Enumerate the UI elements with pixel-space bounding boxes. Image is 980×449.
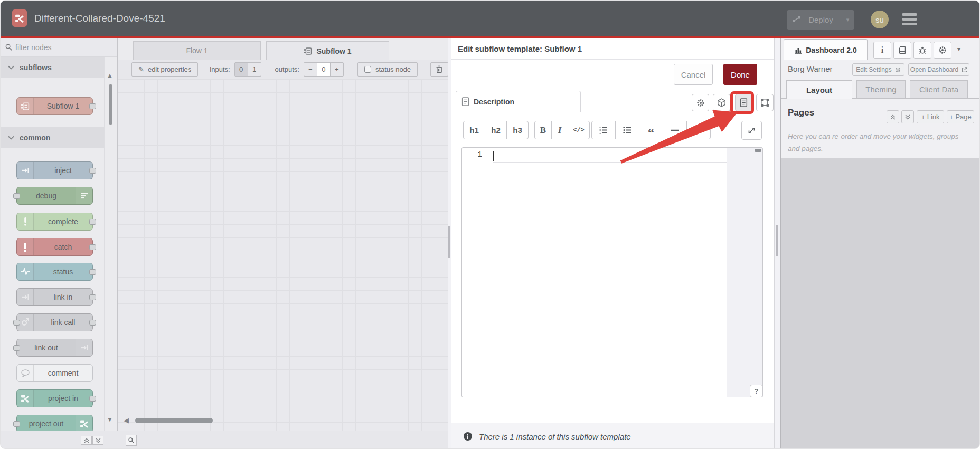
- tab-flow-1[interactable]: Flow 1: [133, 41, 261, 60]
- palette-scrollbar-thumb[interactable]: [109, 84, 112, 125]
- bold-button[interactable]: B: [534, 121, 552, 139]
- delete-subflow-button[interactable]: [430, 62, 448, 77]
- blockquote-button[interactable]: “: [639, 121, 663, 139]
- category-common[interactable]: common: [1, 127, 104, 148]
- sidebar-grip[interactable]: [776, 225, 778, 256]
- main-menu-button[interactable]: [902, 13, 917, 25]
- palette-scroll-up-icon[interactable]: ▲: [107, 72, 113, 79]
- add-page-button[interactable]: + Page: [947, 110, 974, 123]
- tab-client-data[interactable]: Client Data: [910, 80, 968, 99]
- user-avatar[interactable]: su: [871, 11, 889, 28]
- pages-divider: [788, 157, 967, 157]
- cancel-button[interactable]: Cancel: [674, 64, 713, 85]
- tab-label: Dashboard 2.0: [806, 46, 856, 54]
- open-dashboard-button[interactable]: Open Dashboard: [908, 63, 969, 76]
- inputs-0-button[interactable]: 0: [234, 62, 248, 77]
- output-port: [89, 396, 96, 402]
- gear-icon: [895, 67, 901, 73]
- horizontal-scrollbar-thumb[interactable]: [135, 418, 213, 423]
- palette-node-catch[interactable]: catch: [16, 238, 93, 256]
- zoom-search-button[interactable]: [126, 435, 137, 446]
- outputs-plus-button[interactable]: +: [330, 62, 344, 77]
- description-editor[interactable]: 1 ?: [461, 147, 763, 397]
- palette-node-debug[interactable]: debug: [16, 187, 93, 205]
- sidebar-options-caret[interactable]: ▾: [957, 45, 960, 53]
- tab-theming[interactable]: Theming: [856, 80, 906, 99]
- palette-node-status[interactable]: status: [16, 263, 93, 281]
- tab-subflow-1[interactable]: Subflow 1: [266, 41, 389, 61]
- inputs-1-button[interactable]: 1: [248, 62, 261, 77]
- tab-dashboard-2[interactable]: Dashboard 2.0: [784, 39, 868, 60]
- horizontal-rule-button[interactable]: [663, 121, 687, 139]
- expand-all-button[interactable]: [92, 436, 103, 445]
- palette-search[interactable]: [1, 38, 117, 57]
- appearance-button[interactable]: [756, 94, 774, 111]
- heading2-button[interactable]: h2: [485, 121, 507, 139]
- move-down-button[interactable]: [901, 110, 914, 123]
- heading1-button[interactable]: h1: [463, 121, 485, 139]
- node-label: link out: [17, 339, 76, 356]
- bullet-list-button[interactable]: [615, 121, 639, 139]
- workspace-grid[interactable]: [118, 79, 448, 431]
- outputs-count: 0: [317, 62, 331, 77]
- project-row: Borg Warner Edit Settings Open Dashboard: [781, 60, 980, 79]
- palette-node-project-out[interactable]: project out: [16, 415, 93, 433]
- deploy-options-caret[interactable]: ▾: [841, 16, 854, 23]
- italic-button[interactable]: I: [551, 121, 568, 139]
- add-link-button[interactable]: + Link: [917, 110, 944, 123]
- scroll-left-icon[interactable]: ◀: [124, 416, 129, 424]
- status-node-toggle[interactable]: status node: [357, 62, 418, 77]
- editor-scroll-gutter[interactable]: [727, 148, 762, 397]
- expand-editor-button[interactable]: [741, 121, 762, 140]
- editor-help-button[interactable]: ?: [750, 385, 763, 397]
- done-button[interactable]: Done: [723, 64, 757, 85]
- info-tab-button[interactable]: i: [873, 42, 891, 59]
- project-in-icon: [17, 390, 34, 407]
- flow-workspace[interactable]: Flow 1 Subflow 1 ✎ edit properties input…: [118, 38, 448, 449]
- palette-node-comment[interactable]: comment: [16, 364, 93, 382]
- properties-gear-button[interactable]: [692, 94, 709, 111]
- heading3-button[interactable]: h3: [506, 121, 529, 139]
- move-up-button[interactable]: [887, 110, 899, 123]
- code-button[interactable]: </>: [568, 121, 590, 139]
- open-dashboard-label: Open Dashboard: [910, 66, 958, 73]
- app-window: Different-Collared-Dove-4521 Deploy ▾ su…: [0, 0, 980, 449]
- palette-node-link-call[interactable]: link call: [16, 313, 93, 331]
- status-pulse-icon: [17, 263, 34, 280]
- document-icon: [461, 97, 469, 106]
- tab-label: Subflow 1: [316, 47, 351, 55]
- palette-scroll-down-icon[interactable]: ▼: [107, 416, 113, 423]
- debug-tab-button[interactable]: [913, 42, 931, 59]
- palette-node-inject[interactable]: inject: [16, 161, 93, 179]
- node-label: link call: [34, 314, 92, 331]
- editor-scrollbar-thumb[interactable]: [755, 149, 761, 152]
- deploy-button[interactable]: Deploy ▾: [787, 10, 854, 30]
- bar-chart-icon: [794, 46, 802, 54]
- ordered-list-button[interactable]: [591, 121, 616, 139]
- active-line-underline: [493, 162, 727, 163]
- palette-node-project-in[interactable]: project in: [16, 389, 93, 407]
- collapse-all-button[interactable]: [81, 436, 92, 445]
- config-tab-button[interactable]: [934, 42, 951, 59]
- outputs-minus-button[interactable]: −: [304, 62, 317, 77]
- edit-settings-button[interactable]: Edit Settings: [852, 63, 904, 76]
- node-label: comment: [34, 365, 92, 381]
- chevron-down-icon: [8, 136, 14, 140]
- edit-properties-button[interactable]: ✎ edit properties: [131, 62, 198, 77]
- palette-node-link-in[interactable]: link in: [16, 288, 93, 306]
- tab-description[interactable]: Description: [456, 91, 581, 112]
- link-button[interactable]: [686, 121, 711, 139]
- search-input[interactable]: [15, 38, 100, 56]
- palette-node-complete[interactable]: complete: [16, 213, 93, 231]
- help-tab-button[interactable]: [893, 42, 911, 59]
- module-properties-button[interactable]: [713, 94, 730, 111]
- category-subflows[interactable]: subflows: [1, 57, 104, 78]
- tab-label: Theming: [865, 85, 896, 94]
- project-name: Borg Warner: [788, 64, 832, 73]
- node-label: debug: [17, 187, 76, 204]
- palette-node-subflow1[interactable]: Subflow 1: [16, 97, 93, 115]
- node-red-logo-icon: [12, 9, 27, 27]
- palette-node-link-out[interactable]: link out: [16, 339, 93, 357]
- dialog-left-grip[interactable]: [448, 226, 450, 258]
- tab-layout[interactable]: Layout: [786, 80, 852, 99]
